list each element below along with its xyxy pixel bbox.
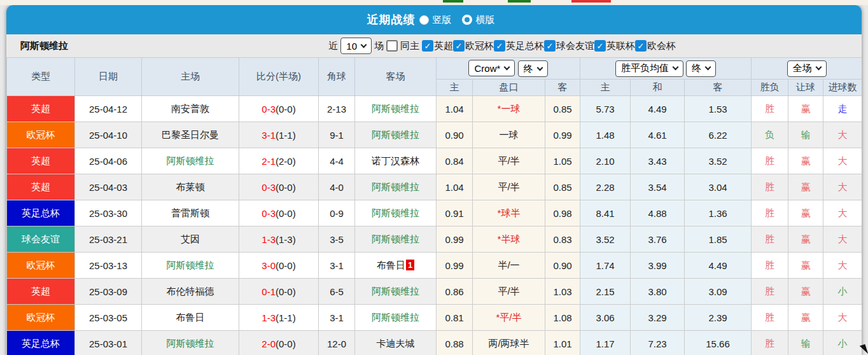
away-team-link[interactable]: 阿斯顿维拉 (372, 207, 419, 218)
match-date: 25-03-09 (75, 279, 142, 305)
score-fulltime: 3-0 (262, 260, 276, 271)
away-team-link[interactable]: 诺丁汉森林 (372, 155, 419, 166)
handicap: 平/半 (473, 279, 545, 305)
away-team-cell: 阿斯顿维拉 (355, 96, 437, 122)
competition-checkbox-label[interactable]: 球会友谊 (556, 40, 594, 52)
result: 胜 (752, 200, 788, 226)
home-team-link[interactable]: 南安普敦 (171, 103, 209, 114)
avg-away: 1.85 (685, 226, 752, 253)
home-team-link[interactable]: 阿斯顿维拉 (167, 155, 214, 166)
handicap: *球半 (473, 200, 545, 226)
avg-draw: 4.88 (631, 200, 685, 226)
competition-checkbox-label[interactable]: 欧冠杯 (465, 40, 494, 52)
background-fragment (571, 0, 611, 3)
same-home-label[interactable]: 同主 (400, 40, 419, 52)
recent-results-panel: 近期战绩 竖版 横版 阿斯顿维拉 近 10 场 同主 ✓英超✓欧冠杯✓英足总杯✓… (6, 5, 862, 355)
home-team-link[interactable]: 艾因 (181, 233, 200, 244)
avg-draw: 3.76 (631, 226, 685, 253)
match-date: 25-03-01 (75, 331, 142, 355)
avg-home: 3.06 (580, 305, 631, 331)
avg-away: 4.49 (685, 253, 752, 279)
chevron-down-icon (815, 64, 822, 71)
handicap-result: 赢 (788, 226, 823, 253)
away-team-cell: 卡迪夫城 (355, 331, 437, 355)
score-halftime: (1-3) (276, 234, 296, 245)
goals-result: 大 (823, 305, 862, 331)
home-team-cell: 布伦特福德 (142, 279, 239, 305)
odds-company-select[interactable]: Crow* (468, 60, 515, 76)
home-team-link[interactable]: 普雷斯顿 (171, 207, 209, 218)
avg-draw: 7.23 (631, 331, 685, 355)
competition-checkbox[interactable]: ✓ (635, 40, 647, 52)
col-date: 日期 (75, 58, 142, 96)
score-fulltime: 3-1 (262, 130, 276, 141)
match-count-select[interactable]: 10 (340, 38, 372, 54)
score-cell: 2-1(2-0) (239, 148, 319, 174)
odds-home: 1.04 (437, 96, 473, 122)
score-halftime: (1-1) (276, 312, 296, 323)
away-team-link[interactable]: 卡迪夫城 (377, 338, 415, 349)
result: 胜 (752, 226, 788, 253)
home-team-link[interactable]: 巴黎圣日尔曼 (162, 129, 219, 140)
same-home-checkbox[interactable] (386, 40, 398, 52)
home-team-cell: 巴黎圣日尔曼 (142, 122, 239, 148)
odds-away: 0.90 (545, 253, 580, 279)
competition-checkbox-label[interactable]: 欧会杯 (647, 40, 676, 52)
away-team-link[interactable]: 阿斯顿维拉 (372, 103, 419, 114)
odds-time-select[interactable]: 终 (518, 60, 548, 77)
away-team-link[interactable]: 阿斯顿维拉 (372, 181, 419, 192)
scope-select[interactable]: 全场 (787, 60, 827, 77)
layout-radio-vertical[interactable] (419, 15, 429, 25)
match-date: 25-03-13 (75, 253, 142, 279)
odds-home: 0.90 (437, 122, 473, 148)
score-halftime: (2-0) (276, 156, 296, 167)
home-team-link[interactable]: 阿斯顿维拉 (167, 260, 214, 270)
home-team-link[interactable]: 布莱顿 (176, 181, 205, 192)
away-team-link[interactable]: 阿斯顿维拉 (372, 129, 419, 140)
goals-result: 大 (823, 148, 862, 174)
avg-type-select[interactable]: 胜平负均值 (615, 60, 683, 77)
league-badge: 球会友谊 (7, 226, 75, 253)
match-date: 25-03-21 (75, 226, 142, 253)
corner-score: 3-5 (319, 226, 355, 253)
result: 负 (752, 122, 788, 148)
home-team-link[interactable]: 布鲁日 (176, 312, 205, 323)
score-halftime: (0-0) (276, 104, 296, 115)
competition-filter-list: ✓英超✓欧冠杯✓英足总杯✓球会友谊✓英联杯✓欧会杯 (422, 40, 676, 52)
result: 胜 (752, 148, 788, 174)
layout-radio-horizontal-label[interactable]: 横版 (476, 14, 495, 26)
competition-checkbox[interactable]: ✓ (453, 40, 465, 52)
competition-checkbox-label[interactable]: 英超 (434, 40, 453, 52)
layout-radio-horizontal[interactable] (462, 15, 472, 25)
corner-score: 2-13 (319, 96, 355, 122)
avg-time-select[interactable]: 终 (686, 60, 716, 77)
corner-score: 6-5 (319, 279, 355, 305)
competition-checkbox-label[interactable]: 英足总杯 (506, 40, 544, 52)
handicap-result: 赢 (788, 96, 823, 122)
corner-score: 12-0 (319, 331, 355, 355)
goals-result: 走 (823, 96, 862, 122)
away-team-link[interactable]: 阿斯顿维拉 (372, 286, 419, 296)
layout-radio-vertical-label[interactable]: 竖版 (433, 14, 452, 26)
competition-checkbox-label[interactable]: 英联杯 (606, 40, 635, 52)
odds-away: 0.98 (545, 200, 580, 226)
score-cell: 1-3(1-3) (239, 226, 319, 253)
home-team-link[interactable]: 阿斯顿维拉 (167, 338, 214, 349)
competition-checkbox[interactable]: ✓ (594, 40, 606, 52)
competition-checkbox[interactable]: ✓ (494, 40, 505, 52)
away-team-link[interactable]: 布鲁日 (377, 260, 405, 270)
goals-result: 大 (823, 226, 862, 253)
away-team-cell: 阿斯顿维拉 (355, 174, 437, 200)
away-team-link[interactable]: 阿斯顿维拉 (372, 312, 419, 323)
home-team-link[interactable]: 布伦特福德 (167, 286, 214, 296)
home-team-cell: 阿斯顿维拉 (142, 148, 239, 174)
panel-title-bar: 近期战绩 竖版 横版 (6, 5, 862, 34)
score-fulltime: 2-1 (262, 156, 276, 167)
result: 胜 (752, 96, 788, 122)
competition-checkbox[interactable]: ✓ (422, 40, 433, 52)
competition-checkbox[interactable]: ✓ (544, 40, 556, 52)
games-label: 场 (374, 40, 384, 52)
odds-away: 0.99 (545, 122, 580, 148)
away-team-link[interactable]: 阿斯顿维拉 (372, 233, 419, 244)
col-handicap-result: 让球 (788, 80, 823, 96)
